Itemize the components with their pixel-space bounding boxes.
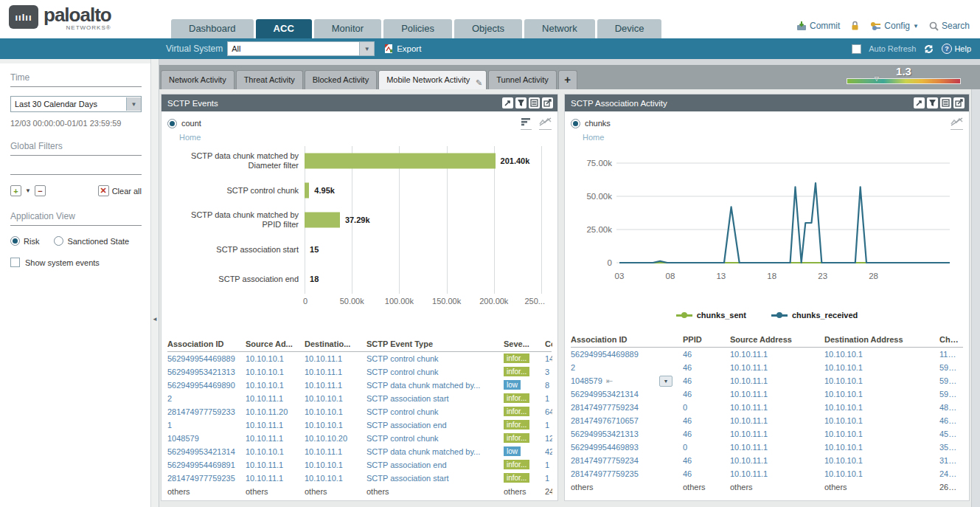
table-row[interactable]: othersothersothersothers26671 [571,480,963,494]
add-tab-button[interactable]: + [558,70,577,89]
table-row[interactable]: 5629499534213134610.10.11.110.10.10.1459… [571,427,963,441]
line-chart-svg: 75.00k50.00k25.00k0030813182328 [571,145,963,286]
column-header[interactable]: Source Address [730,335,824,344]
table-row[interactable]: 56294995342131410.10.10.110.10.11.1SCTP … [167,445,552,458]
add-filter-button[interactable]: + [10,185,21,196]
time-range-select[interactable]: Last 30 Calendar Days ▼ [10,96,142,112]
count-radio[interactable] [167,119,177,128]
nav-tab-objects[interactable]: Objects [454,19,522,38]
column-header[interactable]: Seve... [504,339,545,348]
column-header[interactable]: Count [545,339,552,348]
events-breadcrumb-home[interactable]: Home [179,133,552,142]
remove-filter-button[interactable]: − [35,185,46,196]
column-header[interactable]: PPID [683,335,730,344]
help-button[interactable]: ? Help [942,44,971,54]
table-cell: 10.10.11.1 [730,403,824,412]
radio-risk[interactable] [10,236,20,246]
table-row[interactable]: 210.10.11.110.10.10.1SCTP association st… [167,392,552,405]
edit-tab-icon[interactable]: ✎ [476,74,482,92]
table-row[interactable]: 56294995446989010.10.10.110.10.11.1SCTP … [167,379,552,392]
app-view-option-risk[interactable]: Risk [10,236,39,246]
column-header[interactable]: SCTP Event Type [366,339,504,348]
bar[interactable] [305,183,309,199]
app-view-option-sanctioned-state[interactable]: Sanctioned State [54,236,129,246]
sidebar-splitter[interactable]: ◄ [150,59,159,507]
nav-tab-acc[interactable]: ACC [256,19,312,38]
acc-tab-mobile-network-activity[interactable]: Mobile Network Activity✎ [378,70,487,89]
table-row[interactable]: 2814749777592344610.10.11.110.10.10.1317… [571,454,963,467]
table-cell: 46 [683,416,730,425]
maximize-icon[interactable] [502,97,513,108]
auto-refresh-checkbox[interactable] [852,44,861,54]
table-view-icon[interactable] [940,97,951,108]
radio-sanctioned-state[interactable] [54,236,63,246]
clear-all-button[interactable]: ✕ Clear all [98,185,142,196]
line-chart-toggle-icon-disabled[interactable] [951,117,963,130]
acc-tab-threat-activity[interactable]: Threat Activity [236,70,303,89]
table-row[interactable]: 24610.10.11.110.10.10.159906 [571,361,963,374]
table-row[interactable]: 110.10.11.110.10.10.1SCTP association en… [167,418,552,432]
line-chart-toggle-icon-disabled[interactable] [539,117,552,130]
table-row[interactable]: 28147497775923310.10.11.2010.10.10.1SCTP… [167,405,552,418]
nav-tab-device[interactable]: Device [597,19,662,38]
bar[interactable] [305,154,496,169]
table-row[interactable]: 28147497775923510.10.11.110.10.10.1SCTP … [167,472,552,485]
virtual-system-caret-icon[interactable]: ▼ [359,42,374,55]
table-row[interactable]: 562949954469893010.10.11.110.10.10.13505… [571,441,963,454]
nav-tab-policies[interactable]: Policies [383,19,452,38]
filter-icon[interactable] [927,97,938,108]
column-header[interactable]: Source Ad... [246,339,305,348]
acc-tab-blocked-activity[interactable]: Blocked Activity [305,70,377,89]
commit-button[interactable]: Commit [796,21,840,31]
table-row[interactable]: 56294995446988910.10.10.110.10.11.1SCTP … [167,352,552,365]
refresh-icon[interactable] [923,44,934,55]
lock-button[interactable] [850,21,860,31]
column-header[interactable]: Chunks [939,335,963,344]
column-header[interactable]: Association ID [167,339,246,348]
time-range-caret-icon[interactable]: ▼ [126,97,141,111]
nav-tab-network[interactable]: Network [524,19,595,38]
table-row[interactable]: 2814749777592354610.10.11.110.10.10.1248… [571,467,963,480]
table-row[interactable]: 281474977759234010.10.11.110.10.10.14851… [571,401,963,414]
table-row[interactable]: 5629499534213144610.10.11.110.10.10.1596… [571,387,963,401]
jump-to-logs-icon[interactable] [953,97,965,108]
export-button[interactable]: Export [383,44,421,54]
search-button[interactable]: Search [929,21,970,31]
nav-tab-dashboard[interactable]: Dashboard [171,19,254,38]
table-row[interactable]: 56294995342131310.10.10.110.10.11.1SCTP … [167,365,552,379]
table-row[interactable]: 2814749767106574610.10.11.110.10.10.1461… [571,414,963,427]
bar[interactable] [305,213,340,228]
gridline [352,235,352,264]
right-edge-scroll-strip[interactable] [971,89,980,507]
acc-tab-tunnel-activity[interactable]: Tunnel Activity [488,70,557,89]
add-filter-caret-icon[interactable]: ▼ [25,187,31,194]
virtual-system-select[interactable]: All ▼ [227,41,375,56]
show-system-events-checkbox[interactable] [10,258,20,267]
sctp-events-bar-chart: SCTP data chunk matched byDiameter filte… [167,146,552,329]
table-row[interactable]: 5629499544698894610.10.11.110.10.10.1117… [571,348,963,361]
table-row[interactable]: othersothersothersothersothers243.4k [167,485,552,498]
bar-chart-toggle-icon[interactable] [521,117,532,130]
row-actions-dropdown[interactable]: ▼ [659,376,673,387]
config-menu[interactable]: Config ▼ [870,21,919,31]
column-header[interactable]: Association ID [571,335,683,344]
column-header[interactable]: Destination Address [824,335,939,344]
table-row[interactable]: 1048579⇤▼4610.10.11.110.10.10.159752 [571,374,963,387]
legend-label: chunks_received [792,311,858,320]
show-system-events-option[interactable]: Show system events [10,258,142,267]
jump-to-logs-icon[interactable] [542,97,553,108]
legend-item-chunks_received[interactable]: chunks_received [771,311,858,320]
table-view-icon[interactable] [529,97,540,108]
chunks-radio[interactable] [571,119,580,128]
column-header[interactable]: Destinatio... [305,339,366,348]
table-row[interactable]: 56294995446989110.10.11.110.10.10.1SCTP … [167,458,552,472]
nav-tab-monitor[interactable]: Monitor [314,19,381,38]
maximize-icon[interactable] [914,97,925,108]
table-cell: 2 [167,394,246,403]
filter-icon[interactable] [515,97,527,108]
collapse-sidebar-icon[interactable]: ◄ [152,316,158,323]
assoc-breadcrumb-home[interactable]: Home [583,133,963,142]
legend-item-chunks_sent[interactable]: chunks_sent [676,311,746,320]
acc-tab-network-activity[interactable]: Network Activity [161,70,234,89]
table-row[interactable]: 104857910.10.11.110.10.10.20SCTP control… [167,432,552,445]
